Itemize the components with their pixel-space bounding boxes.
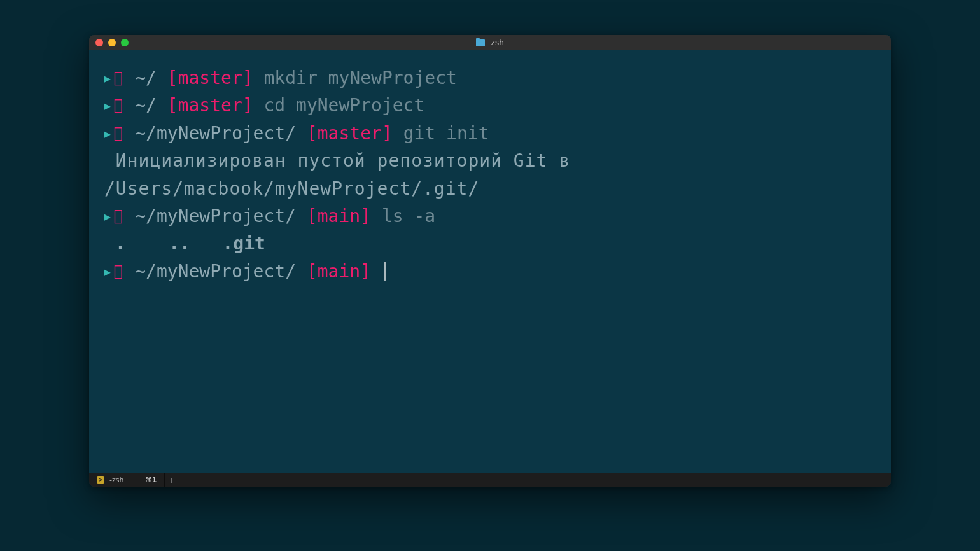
plus-icon: +	[168, 475, 175, 485]
prompt-command: mkdir myNewProject	[263, 67, 456, 88]
prompt-path: ~/myNewProject/	[135, 206, 296, 227]
tab-shortcut: ⌘1	[145, 476, 157, 484]
prompt-branch: [master]	[167, 95, 253, 116]
folder-icon	[476, 39, 485, 46]
apple-icon: 	[114, 69, 123, 87]
window-title: -zsh	[488, 38, 504, 47]
apple-icon: 	[114, 96, 123, 114]
prompt-branch: [main]	[307, 206, 371, 227]
prompt-line: ▸ ~/myNewProject/ [master] git init	[102, 120, 878, 147]
prompt-branch: [master]	[307, 123, 393, 144]
prompt-line: ▸ ~/myNewProject/ [main] ls -a	[102, 202, 878, 230]
prompt-line: ▸ ~/ [master] mkdir myNewProject	[102, 64, 878, 92]
prompt-path: ~/myNewProject/	[135, 123, 296, 144]
window-titlebar: -zsh	[89, 35, 891, 50]
tab-bar: > -zsh ⌘1 +	[89, 473, 891, 487]
ls-output-text: . .. .git	[104, 233, 265, 254]
prompt-path: ~/myNewProject/	[135, 261, 296, 282]
apple-icon: 	[114, 124, 123, 142]
prompt-path: ~/	[135, 67, 157, 88]
prompt-arrow-icon: ▸	[102, 95, 113, 116]
prompt-line: ▸ ~/myNewProject/ [main]	[102, 258, 878, 285]
prompt-arrow-icon: ▸	[102, 123, 113, 144]
prompt-path: ~/	[135, 95, 157, 116]
apple-icon: 	[114, 262, 123, 280]
new-tab-button[interactable]: +	[164, 473, 178, 487]
prompt-branch: [master]	[167, 67, 253, 88]
window-title-container: -zsh	[89, 38, 891, 47]
close-button[interactable]	[95, 39, 103, 46]
tab-label: -zsh	[109, 476, 123, 484]
cursor	[384, 262, 386, 281]
prompt-arrow-icon: ▸	[102, 67, 113, 88]
terminal-tab-icon: >	[97, 476, 104, 484]
minimize-button[interactable]	[108, 39, 116, 46]
prompt-command: cd myNewProject	[263, 95, 424, 116]
command-output-text: Инициализирован пустой репозиторий Git в…	[104, 150, 582, 199]
prompt-command: git init	[403, 123, 489, 144]
apple-icon: 	[114, 207, 123, 225]
prompt-arrow-icon: ▸	[102, 206, 113, 227]
prompt-branch: [main]	[307, 261, 371, 282]
prompt-line: ▸ ~/ [master] cd myNewProject	[102, 92, 878, 119]
output-line: Инициализирован пустой репозиторий Git в…	[102, 147, 878, 202]
terminal-tab[interactable]: > -zsh ⌘1	[89, 473, 164, 487]
terminal-body[interactable]: ▸ ~/ [master] mkdir myNewProject▸ ~/ […	[89, 50, 891, 473]
traffic-lights	[89, 39, 129, 46]
prompt-arrow-icon: ▸	[102, 261, 113, 282]
prompt-command: ls -a	[382, 206, 435, 227]
terminal-window: -zsh ▸ ~/ [master] mkdir myNewProject▸…	[89, 35, 891, 487]
maximize-button[interactable]	[121, 39, 129, 46]
output-line: . .. .git	[102, 230, 878, 257]
